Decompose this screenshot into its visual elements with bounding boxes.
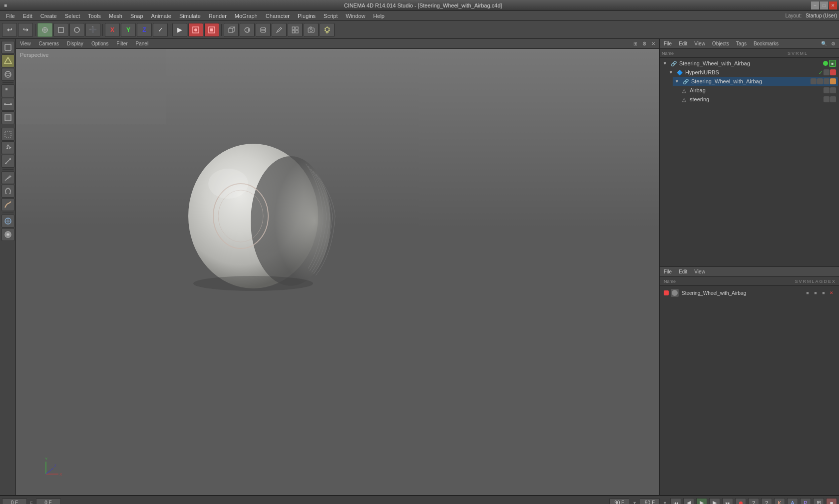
light-button[interactable] (320, 23, 335, 37)
viewport[interactable]: Perspective (16, 49, 659, 495)
left-tool-model[interactable] (1, 41, 14, 54)
viewport-menu-filter[interactable]: Filter (114, 40, 129, 47)
y-transform-button[interactable]: Y (121, 23, 136, 37)
left-tool-select-rect[interactable] (1, 128, 14, 141)
timeline-key-btn[interactable]: K (774, 498, 785, 504)
left-tool-material[interactable] (1, 228, 14, 241)
objects-menu-edit[interactable]: Edit (677, 40, 689, 47)
tree-icon-btn-1[interactable]: ■ (829, 60, 836, 67)
objects-search-icon[interactable]: 🔍 (820, 40, 828, 48)
tree-item-hypernurbs[interactable]: ▼ 🔷 HyperNURBS ✓ (667, 68, 838, 77)
mat-menu-edit[interactable]: Edit (677, 268, 689, 275)
tree-item-steering-wheel-root[interactable]: ▼ 🔗 Steering_Wheel_with_Airbag ■ (661, 59, 838, 68)
frame-end-input[interactable] (609, 499, 629, 504)
timeline-anim-btn[interactable]: A (787, 498, 798, 504)
object-mode-button[interactable] (53, 23, 68, 37)
prev-frame-button[interactable]: ◀ (683, 498, 694, 504)
record-button[interactable]: ▶ (172, 23, 187, 37)
menu-mograph[interactable]: MoGraph (231, 12, 262, 20)
redo-button[interactable]: ↪ (18, 23, 33, 37)
render2-button[interactable] (204, 23, 219, 37)
timeline-color-btn[interactable]: ■ (826, 498, 837, 504)
frame-display[interactable] (36, 499, 61, 504)
left-tool-paint[interactable] (1, 215, 14, 228)
frame-end2-input[interactable] (640, 499, 660, 504)
menu-snap[interactable]: Snap (126, 12, 147, 20)
left-tool-point[interactable] (1, 84, 14, 97)
frame-current-input[interactable] (2, 499, 27, 504)
left-tool-object[interactable] (1, 54, 14, 67)
menu-plugins[interactable]: Plugins (294, 12, 320, 20)
left-tool-edge[interactable] (1, 98, 14, 111)
objects-menu-file[interactable]: File (662, 40, 674, 47)
menu-mesh[interactable]: Mesh (105, 12, 126, 20)
x-transform-button[interactable]: X (105, 23, 120, 37)
viewport-settings-icon[interactable]: ⚙ (640, 40, 648, 48)
record-button[interactable]: ⏺ (735, 498, 746, 504)
menu-simulate[interactable]: Simulate (175, 12, 205, 20)
left-tool-magnet[interactable] (1, 185, 14, 198)
left-tool-knife[interactable] (1, 171, 14, 184)
move-tool-button[interactable] (37, 23, 52, 37)
menu-script[interactable]: Script (320, 12, 342, 20)
viewport-menu-view[interactable]: View (18, 40, 33, 47)
mat-menu-view[interactable]: View (692, 268, 707, 275)
left-tool-sculpt[interactable] (1, 198, 14, 211)
left-tool-texture[interactable] (1, 68, 14, 81)
objects-menu-tags[interactable]: Tags (734, 40, 749, 47)
minimize-button[interactable]: – (811, 1, 819, 9)
menu-file[interactable]: File (2, 12, 19, 20)
next-frame-button[interactable]: ▶ (709, 498, 720, 504)
cube-button[interactable] (224, 23, 239, 37)
tree-item-airbag[interactable]: △ Airbag (679, 86, 838, 95)
play-button[interactable]: ▶ (696, 498, 707, 504)
left-tool-scale[interactable] (1, 155, 14, 168)
menu-help[interactable]: Help (369, 12, 389, 20)
viewport-menu-options[interactable]: Options (89, 40, 110, 47)
cylinder-button[interactable] (256, 23, 271, 37)
pen-button[interactable] (272, 23, 287, 37)
camera-button[interactable] (304, 23, 319, 37)
layout-value[interactable]: Startup (User) (806, 13, 837, 18)
menu-select[interactable]: Select (61, 12, 84, 20)
left-tool-move[interactable] (1, 141, 14, 154)
undo-button[interactable]: ↩ (2, 23, 17, 37)
menu-character[interactable]: Character (262, 12, 294, 20)
objects-menu-view[interactable]: View (692, 40, 707, 47)
viewport-menu-panel[interactable]: Panel (134, 40, 151, 47)
close-button[interactable]: ✕ (829, 1, 837, 9)
objects-settings-icon[interactable]: ⚙ (829, 40, 837, 48)
mat-row-steering[interactable]: Steering_Wheel_with_Airbag ■ ■ ■ ✕ (662, 288, 837, 298)
objects-menu-bookmarks[interactable]: Bookmarks (752, 40, 781, 47)
grid-button[interactable] (288, 23, 303, 37)
menu-tools[interactable]: Tools (84, 12, 105, 20)
viewport-menu-cameras[interactable]: Cameras (37, 40, 61, 47)
timeline-multi-btn[interactable]: ⊞ (813, 498, 824, 504)
timeline-btn-2[interactable]: ? (761, 498, 772, 504)
menu-window[interactable]: Window (342, 12, 369, 20)
airbag-object (176, 124, 336, 293)
menu-edit[interactable]: Edit (19, 12, 36, 20)
check-button[interactable]: ✓ (153, 23, 168, 37)
sphere-button[interactable] (240, 23, 255, 37)
rotate-tool-button[interactable] (69, 23, 84, 37)
tree-item-steering-wheel-child[interactable]: ▼ 🔗 Steering_Wheel_with_Airbag (673, 77, 838, 86)
maximize-button[interactable]: □ (820, 1, 828, 9)
viewport-fullscreen-icon[interactable]: ⊞ (631, 40, 639, 48)
viewport-close-icon[interactable]: ✕ (649, 40, 657, 48)
go-end-button[interactable]: ⏭ (722, 498, 733, 504)
z-transform-button[interactable]: Z (137, 23, 152, 37)
mat-menu-file[interactable]: File (662, 268, 674, 275)
timeline-path-btn[interactable]: P (800, 498, 811, 504)
menu-animate[interactable]: Animate (147, 12, 175, 20)
add-button[interactable]: ➕ (85, 23, 100, 37)
menu-render[interactable]: Render (205, 12, 231, 20)
tree-item-steering[interactable]: △ steering (679, 95, 838, 104)
go-start-button[interactable]: ⏮ (670, 498, 681, 504)
menu-create[interactable]: Create (36, 12, 61, 20)
left-tool-polygon[interactable] (1, 111, 14, 124)
timeline-btn-1[interactable]: ? (748, 498, 759, 504)
objects-menu-objects[interactable]: Objects (710, 40, 731, 47)
render-button[interactable] (188, 23, 203, 37)
viewport-menu-display[interactable]: Display (65, 40, 85, 47)
